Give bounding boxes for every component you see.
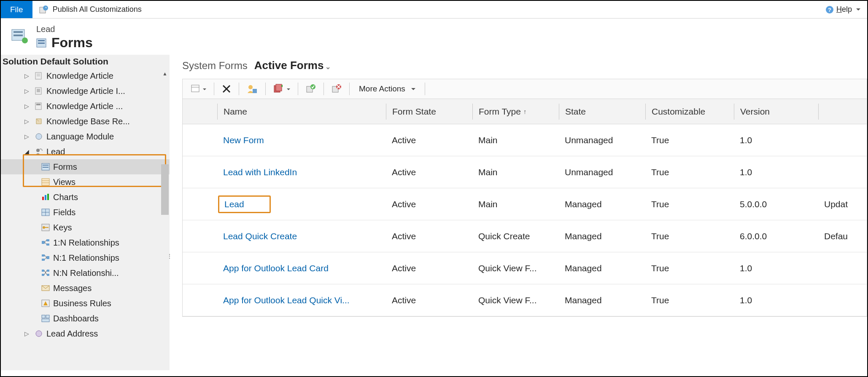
svg-rect-42	[42, 259, 45, 261]
svg-rect-15	[37, 89, 40, 92]
expand-icon: ▷	[24, 103, 31, 110]
file-menu-button[interactable]: File	[1, 1, 32, 18]
scrollbar-thumb[interactable]	[161, 164, 169, 215]
svg-rect-6	[13, 35, 23, 36]
cell-state: Managed	[559, 231, 645, 241]
cell-form_state: Active	[386, 167, 472, 177]
svg-rect-45	[42, 270, 44, 272]
form-name-link[interactable]: Lead with LinkedIn	[217, 167, 386, 177]
activate-button[interactable]	[301, 79, 321, 99]
separator	[265, 83, 266, 95]
grid-row[interactable]: App for Outlook Lead Quick Vi...ActiveQu…	[183, 284, 867, 316]
tree-item-knowledge-article-2[interactable]: ▷ Knowledge Article ...	[1, 99, 170, 114]
tree-label: Messages	[53, 283, 92, 293]
grid-row[interactable]: Lead Quick CreateActiveQuick CreateManag…	[183, 220, 867, 252]
messages-icon	[41, 284, 50, 292]
svg-line-44	[45, 257, 46, 259]
tree-item-keys[interactable]: Keys	[1, 220, 170, 235]
tree-item-knowledge-base[interactable]: ▷ Knowledge Base Re...	[1, 114, 170, 129]
grid-row[interactable]: App for Outlook Lead CardActiveQuick Vie…	[183, 252, 867, 284]
svg-rect-57	[191, 85, 199, 92]
grid-row[interactable]: Lead with LinkedInActiveMainUnmanagedTru…	[183, 156, 867, 188]
col-name-header[interactable]: Name	[217, 104, 386, 120]
col-formstate-header[interactable]: Form State	[386, 104, 472, 120]
form-name-link[interactable]: Lead Quick Create	[217, 231, 386, 241]
tree-item-lead-address[interactable]: ▷ Lead Address	[1, 326, 170, 341]
publish-all-button[interactable]: Publish All Customizations	[32, 1, 148, 18]
cell-state: Managed	[559, 199, 645, 209]
svg-rect-27	[45, 195, 46, 200]
tree-item-dashboards[interactable]: Dashboards	[1, 311, 170, 326]
cell-version: 1.0	[734, 263, 818, 273]
scroll-up-arrow[interactable]: ▲	[161, 71, 169, 77]
col-state-header[interactable]: State	[559, 104, 645, 120]
tree-item-messages[interactable]: Messages	[1, 281, 170, 296]
tree-item-nn[interactable]: N:N Relationshi...	[1, 265, 170, 281]
cell-form_state: Active	[386, 295, 472, 305]
new-icon	[191, 85, 200, 93]
forms-small-icon	[41, 163, 50, 171]
expand-icon: ▷	[24, 118, 31, 125]
col-version-header[interactable]: Version	[734, 104, 818, 120]
new-button[interactable]	[186, 79, 211, 99]
col-customizable-header[interactable]: Customizable	[645, 104, 734, 120]
grid-header: Name Form State Form Type ↑ State Custom…	[183, 99, 867, 124]
form-name-link[interactable]: App for Outlook Lead Card	[217, 263, 386, 273]
splitter-handle[interactable]: ⋮	[167, 253, 172, 259]
enable-security-roles-button[interactable]	[242, 79, 263, 99]
tree-item-knowledge-article[interactable]: ▷ Knowledge Article	[1, 68, 170, 83]
separator	[323, 83, 324, 95]
main-area: System Forms Active Forms⌄	[170, 55, 867, 370]
col-desc-header[interactable]	[818, 104, 867, 120]
form-name-link[interactable]: App for Outlook Lead Quick Vi...	[217, 295, 386, 305]
tree-item-1n[interactable]: 1:N Relationships	[1, 235, 170, 250]
grid-row[interactable]: LeadActiveMainManagedTrue5.0.0.0Updat	[183, 188, 867, 220]
tree-label: N:1 Relationships	[53, 253, 119, 263]
tree-item-language-module[interactable]: ▷ Language Module	[1, 129, 170, 144]
cell-desc: Defau	[818, 231, 867, 241]
tree-label: Business Rules	[53, 299, 111, 308]
svg-rect-21	[43, 165, 49, 166]
cell-form_type: Quick View F...	[472, 263, 559, 273]
form-order-icon	[273, 84, 284, 94]
tree-item-fields[interactable]: Fields	[1, 205, 170, 220]
tree-label: Knowledge Article	[46, 71, 113, 81]
tree-item-n1[interactable]: N:1 Relationships	[1, 250, 170, 265]
cell-version: 1.0	[734, 167, 818, 177]
cell-form_state: Active	[386, 263, 472, 273]
cell-state: Unmanaged	[559, 167, 645, 177]
delete-button[interactable]	[217, 79, 236, 99]
help-button[interactable]: ? Help	[819, 1, 867, 18]
ribbon-spacer	[148, 1, 819, 18]
tree-item-knowledge-article-i[interactable]: ▷ Knowledge Article I...	[1, 83, 170, 99]
cell-form_state: Active	[386, 199, 472, 209]
form-order-button[interactable]	[268, 79, 295, 99]
cell-form_type: Main	[472, 199, 559, 209]
deactivate-button[interactable]	[326, 79, 347, 99]
chevron-down-icon	[855, 5, 860, 14]
svg-rect-35	[42, 241, 45, 244]
tree-item-business-rules[interactable]: Business Rules	[1, 296, 170, 311]
cell-state: Managed	[559, 295, 645, 305]
view-selector[interactable]: Active Forms⌄	[254, 59, 331, 72]
svg-line-39	[45, 242, 46, 244]
col-formtype-header[interactable]: Form Type ↑	[472, 104, 559, 120]
relationship-nn-icon	[41, 269, 50, 277]
cell-form_type: Quick Create	[472, 231, 559, 241]
grid-row[interactable]: New FormActiveMainUnmanagedTrue1.0	[183, 124, 867, 156]
form-name-link[interactable]: New Form	[217, 135, 386, 145]
svg-point-18	[36, 134, 42, 139]
tree-item-views[interactable]: Views	[1, 174, 170, 190]
tree-item-lead[interactable]: ◢ Lead	[1, 144, 170, 159]
tree-item-forms[interactable]: Forms	[1, 159, 170, 174]
collapse-icon: ◢	[24, 148, 31, 155]
lead-icon	[35, 147, 43, 156]
tree-label: Language Module	[46, 132, 114, 142]
cell-version: 1.0	[734, 135, 818, 145]
sort-asc-icon: ↑	[523, 108, 527, 115]
form-name-link[interactable]: Lead	[217, 195, 386, 213]
grid-toolbar: More Actions	[182, 79, 867, 99]
tree-item-charts[interactable]: Charts	[1, 190, 170, 205]
more-actions-button[interactable]: More Actions	[352, 84, 422, 94]
ribbon: File Publish All Customizations ? Help	[1, 1, 867, 19]
